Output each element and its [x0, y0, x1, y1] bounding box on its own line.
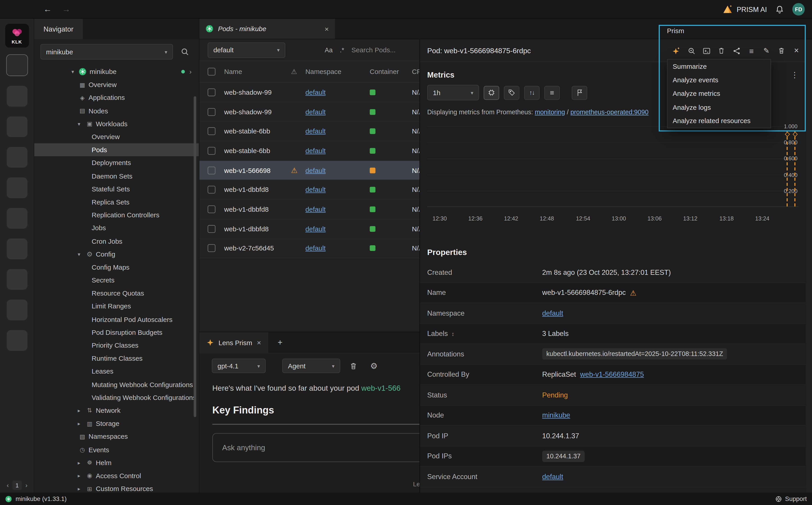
search-pods-input[interactable] — [352, 46, 414, 54]
metrics-menu-kebab-icon[interactable]: ⋮ — [791, 69, 799, 81]
sidebar-item-secrets[interactable]: Secrets — [34, 274, 199, 287]
sidebar-item-custom-resources[interactable]: ▸⊞Custom Resources — [34, 482, 199, 493]
sidebar-item-cron-jobs[interactable]: Cron Jobs — [34, 235, 199, 248]
hotbar-slot-active[interactable] — [6, 54, 27, 76]
row-checkbox[interactable] — [208, 205, 216, 213]
close-drawer-icon[interactable]: × — [792, 47, 801, 55]
hotbar-slot[interactable] — [7, 238, 27, 259]
replicaset-link[interactable]: web-v1-5666984875 — [580, 371, 644, 378]
namespace-link[interactable]: default — [305, 127, 326, 135]
hotbar-slot[interactable] — [7, 147, 27, 168]
edit-icon[interactable]: ✎ — [763, 47, 771, 55]
hotbar-slot[interactable] — [7, 116, 27, 137]
tag-filter-button[interactable] — [504, 86, 520, 100]
sidebar-item-network[interactable]: ▸⇅Network — [34, 404, 199, 417]
namespace-link[interactable]: default — [305, 166, 326, 174]
sidebar-item-mutating-webhook-configurations[interactable]: Mutating Webhook Configurations — [34, 378, 199, 391]
navigator-search-button[interactable] — [177, 44, 192, 59]
expand-chevron-icon[interactable]: ▸ — [78, 486, 85, 492]
namespace-link[interactable]: default — [305, 186, 326, 194]
table-row-selected[interactable]: web-v1-566698 ⚠ default N/A — [199, 161, 443, 180]
menu-item-analyze-related-resources[interactable]: Analyze related resources — [667, 114, 771, 128]
table-view-button[interactable]: ≡ — [544, 86, 560, 100]
table-row[interactable]: web-shadow-99 default N/A — [199, 102, 443, 122]
sidebar-item-namespaces[interactable]: ▧Namespaces — [34, 430, 199, 443]
menu-item-analyze-logs[interactable]: Analyze logs — [667, 101, 771, 114]
sidebar-item-runtime-classes[interactable]: Runtime Classes — [34, 352, 199, 365]
sidebar-item-daemon-sets[interactable]: Daemon Sets — [34, 170, 199, 183]
tab-close-icon[interactable]: × — [324, 25, 329, 33]
hotbar-cluster-logo[interactable]: KLK — [5, 24, 29, 48]
chat-tab-close-icon[interactable]: × — [257, 338, 261, 347]
sidebar-item-pod-disruption-budgets[interactable]: Pod Disruption Budgets — [34, 326, 199, 339]
table-row[interactable]: web-v1-dbbfd8 default N/A — [199, 200, 443, 219]
table-row[interactable]: web-shadow-99 default N/A — [199, 83, 443, 102]
menu-item-summarize[interactable]: Summarize — [667, 59, 771, 73]
table-row[interactable]: web-stable-6bb default N/A — [199, 141, 443, 161]
user-avatar[interactable]: FD — [792, 3, 805, 16]
sidebar-item-priority-classes[interactable]: Priority Classes — [34, 339, 199, 352]
namespace-link[interactable]: default — [305, 147, 326, 155]
sidebar-item-workloads-overview[interactable]: Overview — [34, 130, 199, 143]
menu-item-analyze-metrics[interactable]: Analyze metrics — [667, 87, 771, 101]
sidebar-item-config[interactable]: ▾⚙Config — [34, 247, 199, 261]
sidebar-item-jobs[interactable]: Jobs — [34, 222, 199, 235]
table-row[interactable]: web-v1-dbbfd8 default N/A — [199, 219, 443, 239]
sidebar-item-replica-sets[interactable]: Replica Sets — [34, 195, 199, 208]
hotbar-slot[interactable] — [7, 300, 27, 320]
sidebar-item-deployments[interactable]: Deployments — [34, 156, 199, 170]
chat-settings-gear-icon[interactable]: ⚙ — [366, 358, 382, 373]
select-all-checkbox[interactable] — [208, 68, 216, 75]
table-row[interactable]: web-v1-dbbfd8 default N/A — [199, 180, 443, 200]
inspect-icon[interactable] — [687, 47, 696, 55]
expand-chevron-icon[interactable]: ▸ — [78, 460, 85, 466]
row-checkbox[interactable] — [208, 127, 216, 135]
node-link[interactable]: minikube — [542, 411, 570, 419]
prometheus-operated-link[interactable]: prometheus-operated:9090 — [570, 109, 649, 116]
namespace-link[interactable]: default — [305, 244, 326, 252]
hotbar-slot[interactable] — [7, 330, 27, 351]
row-checkbox[interactable] — [208, 147, 216, 155]
sidebar-item-resource-quotas[interactable]: Resource Quotas — [34, 287, 199, 300]
sidebar-item-minikube[interactable]: ▾ minikube › — [34, 65, 199, 78]
namespace-link[interactable]: default — [305, 108, 326, 116]
row-checkbox[interactable] — [208, 108, 216, 116]
sidebar-item-applications[interactable]: ◈Applications — [34, 91, 199, 105]
collapse-chevron-icon[interactable]: ▾ — [78, 251, 85, 257]
namespace-link[interactable]: default — [305, 89, 326, 96]
expand-chevron-icon[interactable]: ▸ — [78, 473, 85, 479]
chat-tab-lens-prism[interactable]: Lens Prism × — [199, 332, 268, 353]
row-checkbox[interactable] — [208, 166, 216, 174]
hotbar-slot[interactable] — [7, 269, 27, 290]
sidebar-item-stateful-sets[interactable]: Stateful Sets — [34, 182, 199, 195]
table-row[interactable]: web-stable-6bb default N/A — [199, 122, 443, 141]
namespace-link[interactable]: default — [305, 205, 326, 213]
service-account-link[interactable]: default — [542, 473, 563, 480]
match-case-toggle[interactable]: Aa — [325, 46, 333, 53]
sidebar-item-limit-ranges[interactable]: Limit Ranges — [34, 300, 199, 313]
row-checkbox[interactable] — [208, 244, 216, 252]
sidebar-item-storage[interactable]: ▸▥Storage — [34, 417, 199, 430]
column-header-container[interactable]: Container — [370, 68, 412, 75]
terminal-icon[interactable] — [702, 47, 710, 55]
logs-icon[interactable]: ≡ — [747, 47, 756, 55]
menu-item-analyze-events[interactable]: Analyze events — [667, 73, 771, 87]
forward-button[interactable]: → — [62, 5, 71, 14]
pager-next-icon[interactable]: › — [25, 482, 27, 489]
sidebar-item-workloads[interactable]: ▾▣Workloads — [34, 117, 199, 130]
collapse-chevron-icon[interactable]: ▾ — [78, 121, 85, 127]
delete-icon[interactable] — [777, 47, 786, 55]
row-checkbox[interactable] — [208, 186, 216, 194]
expand-chevron-icon[interactable]: ▸ — [78, 407, 85, 413]
warnings-column-icon[interactable]: ⚠ — [291, 68, 297, 75]
table-row[interactable]: web-v2-7c56d45 default N/A — [199, 239, 443, 258]
support-button[interactable]: Support — [775, 495, 807, 502]
prism-ai-icon[interactable] — [672, 47, 680, 55]
sidebar-item-replication-controllers[interactable]: Replication Controllers — [34, 208, 199, 222]
collapse-chevron-icon[interactable]: ▾ — [72, 69, 79, 74]
clear-history-icon[interactable] — [717, 47, 725, 55]
sidebar-item-nodes[interactable]: ▤Nodes — [34, 105, 199, 118]
labels-expander-icon[interactable]: ↕ — [451, 331, 454, 337]
sidebar-item-config-maps[interactable]: Config Maps — [34, 261, 199, 274]
sidebar-item-helm[interactable]: ▸☸Helm — [34, 456, 199, 469]
